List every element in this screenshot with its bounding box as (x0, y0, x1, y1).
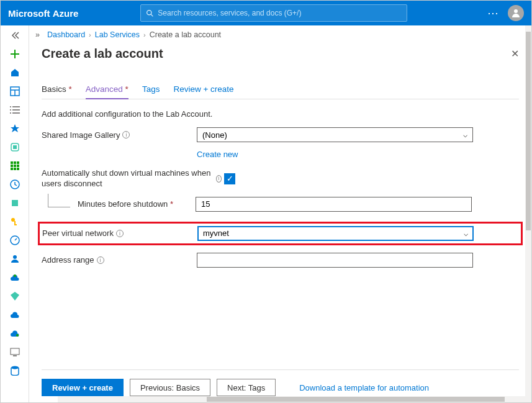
svg-rect-22 (17, 168, 19, 170)
info-icon[interactable]: i (216, 175, 222, 183)
breadcrumb-toggle-icon[interactable]: » (35, 30, 40, 39)
svg-point-31 (16, 334, 19, 337)
field-peer-vnet: Peer virtual network i myvnet ⌵ (42, 226, 518, 241)
review-create-button[interactable]: Review + create (42, 379, 124, 396)
shared-gallery-select[interactable]: (None) ⌵ (197, 127, 473, 142)
top-header: Microsoft Azure Search resources, servic… (1, 1, 531, 25)
svg-rect-14 (11, 161, 13, 164)
rail-diamond-icon[interactable] (9, 290, 21, 302)
tab-basics[interactable]: Basics * (42, 81, 72, 99)
footer: Review + create Previous: Basics Next: T… (42, 369, 519, 396)
address-range-label: Address range i (42, 255, 197, 265)
info-icon[interactable]: i (97, 256, 104, 264)
download-template-link[interactable]: Download a template for automation (299, 383, 429, 392)
tabs: Basics * Advanced * Tags Review + create (42, 81, 519, 99)
shell: » Dashboard › Lab Services › Create a la… (1, 25, 531, 402)
rail-clock-icon[interactable] (9, 178, 21, 191)
horizontal-scrollbar[interactable] (58, 396, 531, 402)
auto-shutdown-label: Automatically shut down virtual machines… (42, 168, 222, 189)
address-range-input[interactable] (197, 253, 473, 268)
main: » Dashboard › Lab Services › Create a la… (29, 25, 531, 402)
svg-point-9 (10, 106, 11, 107)
search-input[interactable]: Search resources, services, and docs (G+… (140, 4, 407, 22)
next-button[interactable]: Next: Tags (217, 379, 276, 396)
field-auto-shutdown: Automatically shut down virtual machines… (42, 168, 519, 189)
svg-point-2 (514, 9, 518, 13)
scrollbar-thumb[interactable] (526, 32, 531, 230)
svg-point-0 (147, 10, 151, 14)
breadcrumb-current: Create a lab account (150, 30, 221, 39)
header-right: ⋯ (487, 5, 524, 21)
rail-cloud1-icon[interactable] (9, 271, 21, 284)
rail-list-icon[interactable] (9, 104, 21, 116)
shared-gallery-label: Shared Image Gallery i (42, 130, 197, 140)
chevron-right-icon: › (89, 31, 91, 38)
previous-button[interactable]: Previous: Basics (130, 379, 210, 396)
rail-cloud2-icon[interactable] (9, 309, 21, 321)
rail-grid-icon[interactable] (9, 160, 21, 172)
svg-point-10 (10, 109, 11, 111)
svg-rect-17 (11, 165, 13, 167)
peer-vnet-label: Peer virtual network i (42, 229, 197, 238)
rail-key-icon[interactable] (9, 215, 21, 228)
chevron-down-icon: ⌵ (463, 130, 467, 139)
svg-rect-15 (14, 161, 16, 164)
svg-rect-21 (14, 168, 16, 170)
rail-user-icon[interactable] (9, 253, 21, 265)
rail-add-icon[interactable] (9, 48, 21, 60)
content: Basics * Advanced * Tags Review + create… (29, 67, 531, 274)
rail-cloud3-icon[interactable] (9, 327, 21, 340)
rail-collapse-icon[interactable] (9, 29, 21, 42)
vertical-scrollbar[interactable] (525, 25, 531, 402)
svg-line-1 (151, 14, 153, 16)
rail-sql-icon[interactable] (9, 365, 21, 377)
tab-description: Add additional configuration to the Lab … (42, 109, 519, 119)
svg-rect-13 (13, 145, 17, 149)
svg-rect-24 (12, 200, 18, 206)
field-minutes: Minutes before shutdown * (42, 197, 519, 212)
auto-shutdown-checkbox[interactable]: ✓ (224, 173, 235, 184)
svg-point-11 (10, 112, 11, 114)
chevron-right-icon: › (143, 31, 146, 38)
rail-home-icon[interactable] (9, 66, 21, 79)
chevron-down-icon: ⌵ (464, 229, 468, 238)
page-header: Create a lab account ✕ (29, 44, 531, 67)
close-icon[interactable]: ✕ (511, 48, 519, 60)
scrollbar-thumb[interactable] (207, 397, 505, 402)
rail-resource-icon[interactable] (9, 141, 21, 153)
search-placeholder: Search resources, services, and docs (G+… (158, 9, 301, 17)
brand[interactable]: Microsoft Azure (8, 8, 78, 19)
svg-point-30 (14, 274, 16, 277)
search-wrap: Search resources, services, and docs (G+… (140, 4, 407, 22)
avatar[interactable] (508, 5, 524, 21)
svg-rect-16 (17, 161, 19, 164)
breadcrumb-dashboard[interactable]: Dashboard (47, 30, 85, 39)
svg-point-29 (13, 255, 17, 259)
breadcrumb: » Dashboard › Lab Services › Create a la… (29, 25, 531, 44)
peer-vnet-select[interactable]: myvnet ⌵ (197, 226, 474, 241)
create-new-link[interactable]: Create new (197, 150, 238, 159)
breadcrumb-labservices[interactable]: Lab Services (95, 30, 140, 39)
svg-rect-20 (11, 168, 13, 170)
peer-vnet-value: myvnet (203, 229, 229, 238)
svg-rect-27 (14, 224, 17, 225)
page-title: Create a lab account (42, 47, 163, 61)
svg-rect-32 (11, 348, 19, 355)
create-new-row: Create new (197, 148, 519, 160)
brand-text-a: Microsoft (8, 8, 53, 19)
minutes-input[interactable] (196, 197, 472, 212)
rail-service1-icon[interactable] (9, 197, 21, 209)
tab-tags[interactable]: Tags (142, 81, 160, 99)
rail-gauge-icon[interactable] (9, 234, 21, 247)
tab-review[interactable]: Review + create (173, 81, 233, 99)
tab-advanced[interactable]: Advanced * (86, 81, 128, 99)
info-icon[interactable]: i (122, 131, 130, 138)
svg-rect-18 (14, 165, 16, 167)
more-icon[interactable]: ⋯ (487, 6, 499, 20)
info-icon[interactable]: i (116, 230, 124, 237)
rail-dashboard-icon[interactable] (9, 85, 21, 97)
rail-monitor-icon[interactable] (9, 346, 21, 358)
rail-star-icon[interactable] (9, 122, 21, 135)
svg-rect-19 (17, 165, 19, 167)
shared-gallery-value: (None) (202, 130, 227, 140)
